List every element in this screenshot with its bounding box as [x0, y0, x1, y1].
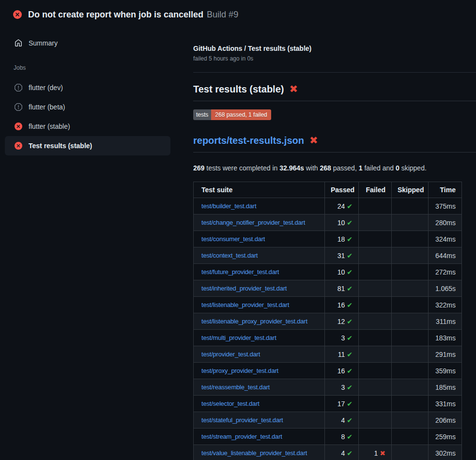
time-cell: 259ms — [429, 429, 462, 445]
passed-cell: 18✔ — [325, 231, 359, 247]
skipped-cell — [392, 313, 429, 330]
jobs-section-label: Jobs — [0, 64, 186, 71]
tests-summary-text: 269 tests were completed in 32.964s with… — [193, 164, 476, 173]
test-suite-link[interactable]: test/inherited_provider_test.dart — [201, 285, 287, 292]
passed-cell: 16✔ — [325, 363, 359, 379]
x-circle-icon — [13, 10, 22, 19]
failed-cell — [359, 215, 392, 231]
sidebar-job-test-results-stable[interactable]: Test results (stable) — [5, 136, 170, 155]
test-suite-link[interactable]: test/stream_provider_test.dart — [201, 433, 282, 440]
sidebar-job-label: flutter (stable) — [29, 123, 70, 130]
sidebar-summary-label: Summary — [29, 39, 58, 47]
divider — [193, 72, 476, 73]
column-header-passed: Passed — [325, 182, 359, 198]
time-cell: 185ms — [429, 379, 462, 396]
report-file-link[interactable]: reports/test-results.json — [193, 135, 304, 146]
failed-cell — [359, 363, 392, 379]
sidebar-job-label: flutter (beta) — [29, 103, 65, 111]
check-icon: ✔ — [347, 318, 353, 325]
check-title: Test results (stable) — [193, 84, 284, 95]
check-icon: ✔ — [347, 351, 353, 358]
table-row: test/context_test.dart31✔644ms — [194, 247, 462, 264]
x-circle-icon — [15, 142, 22, 150]
check-icon: ✔ — [347, 268, 353, 276]
stop-icon — [15, 84, 22, 92]
table-row: test/value_listenable_provider_test.dart… — [194, 445, 462, 460]
time-cell: 359ms — [429, 363, 462, 379]
x-circle-icon — [15, 123, 22, 130]
table-row: test/inherited_provider_test.dart81✔1.06… — [194, 280, 462, 297]
passed-cell: 3✔ — [325, 379, 359, 396]
checks-page: Do not create report when job is cancell… — [0, 0, 476, 460]
table-row: test/future_provider_test.dart10✔272ms — [194, 264, 462, 280]
tests-badge: tests 268 passed, 1 failed — [193, 109, 271, 120]
time-cell: 1.065s — [429, 280, 462, 297]
time-cell: 324ms — [429, 231, 462, 247]
time-cell: 311ms — [429, 313, 462, 330]
failed-cross-icon: ✖ — [289, 84, 298, 94]
badge-label: tests — [193, 109, 211, 120]
check-icon: ✔ — [347, 334, 353, 342]
test-suite-link[interactable]: test/builder_test.dart — [201, 202, 256, 210]
sidebar-job-flutter-beta[interactable]: flutter (beta) — [5, 97, 170, 117]
time-cell: 291ms — [429, 346, 462, 363]
test-suite-link[interactable]: test/context_test.dart — [201, 252, 258, 259]
failed-cell — [359, 280, 392, 297]
table-row: test/listenable_proxy_provider_test.dart… — [194, 313, 462, 330]
skipped-cell — [392, 396, 429, 412]
test-suite-link[interactable]: test/listenable_provider_test.dart — [201, 301, 289, 308]
failed-cell — [359, 396, 392, 412]
cross-icon: ✖ — [380, 449, 385, 457]
time-cell: 280ms — [429, 215, 462, 231]
test-suite-link[interactable]: test/multi_provider_test.dart — [201, 334, 276, 341]
sidebar-item-summary[interactable]: Summary — [5, 35, 170, 51]
build-number: Build #9 — [207, 10, 238, 20]
passed-cell: 4✔ — [325, 412, 359, 429]
test-suite-link[interactable]: test/change_notifier_provider_test.dart — [201, 219, 305, 226]
test-suite-link[interactable]: test/consumer_test.dart — [201, 235, 265, 243]
passed-cell: 12✔ — [325, 313, 359, 330]
time-cell: 302ms — [429, 445, 462, 460]
test-suite-cell: test/reassemble_test.dart — [194, 379, 325, 396]
failed-cell — [359, 346, 392, 363]
test-suite-cell: test/provider_test.dart — [194, 346, 325, 363]
check-icon: ✔ — [347, 416, 353, 424]
test-suite-cell: test/consumer_test.dart — [194, 231, 325, 247]
passed-cell: 10✔ — [325, 264, 359, 280]
sidebar-job-flutter-dev[interactable]: flutter (dev) — [5, 78, 170, 97]
check-icon: ✔ — [347, 367, 353, 375]
check-icon: ✔ — [347, 433, 353, 441]
test-suite-cell: test/context_test.dart — [194, 247, 325, 264]
failed-cell: 1✖ — [359, 445, 392, 460]
test-suite-cell: test/change_notifier_provider_test.dart — [194, 215, 325, 231]
test-suite-link[interactable]: test/provider_test.dart — [201, 351, 260, 358]
test-suite-cell: test/builder_test.dart — [194, 198, 325, 215]
passed-cell: 3✔ — [325, 330, 359, 346]
sidebar-job-label: Test results (stable) — [29, 142, 92, 150]
passed-cell: 8✔ — [325, 429, 359, 445]
check-icon: ✔ — [347, 301, 353, 309]
check-icon: ✔ — [347, 400, 353, 408]
check-icon: ✔ — [347, 383, 353, 391]
test-suite-link[interactable]: test/reassemble_test.dart — [201, 383, 270, 391]
table-row: test/listenable_provider_test.dart16✔322… — [194, 297, 462, 313]
time-cell: 183ms — [429, 330, 462, 346]
test-suite-link[interactable]: test/selector_test.dart — [201, 400, 260, 407]
test-suite-link[interactable]: test/future_provider_test.dart — [201, 268, 279, 276]
skipped-cell — [392, 264, 429, 280]
test-suite-link[interactable]: test/value_listenable_provider_test.dart — [201, 449, 307, 457]
skipped-cell — [392, 215, 429, 231]
skipped-cell — [392, 280, 429, 297]
time-cell: 322ms — [429, 297, 462, 313]
run-subtitle: failed 5 hours ago in 0s — [193, 55, 476, 62]
passed-cell: 4✔ — [325, 445, 359, 460]
sidebar-job-flutter-stable[interactable]: flutter (stable) — [5, 117, 170, 136]
failed-cell — [359, 264, 392, 280]
test-suite-link[interactable]: test/listenable_proxy_provider_test.dart — [201, 318, 307, 325]
run-title: GitHub Actions / Test results (stable) — [193, 45, 476, 52]
check-icon: ✔ — [347, 235, 353, 243]
test-suite-link[interactable]: test/stateful_provider_test.dart — [201, 416, 283, 424]
test-suite-link[interactable]: test/proxy_provider_test.dart — [201, 367, 278, 374]
passed-cell: 11✔ — [325, 346, 359, 363]
check-icon: ✔ — [347, 202, 353, 210]
